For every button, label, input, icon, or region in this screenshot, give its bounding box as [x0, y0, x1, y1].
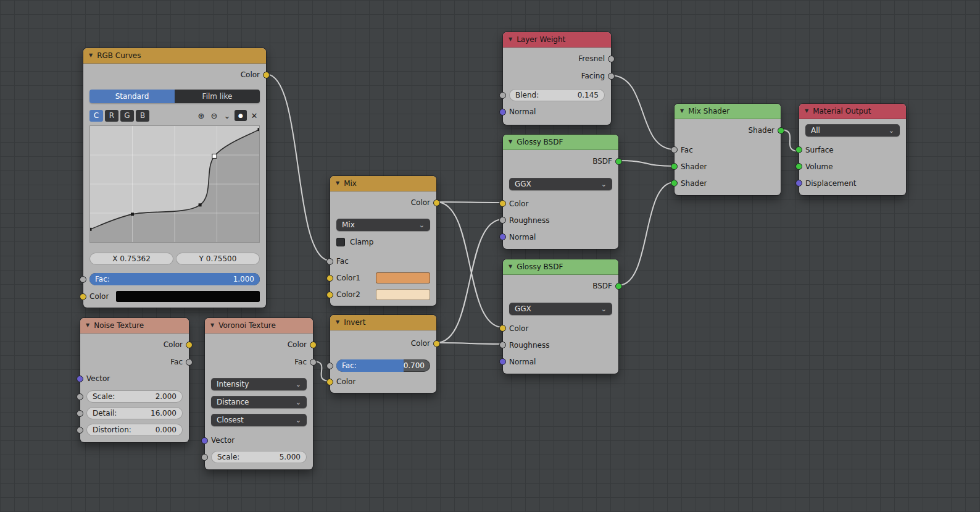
- mix-header[interactable]: ▼ Mix: [330, 176, 436, 191]
- color2-swatch[interactable]: [376, 289, 430, 300]
- channel-r-button[interactable]: R: [105, 110, 118, 122]
- coloring-dropdown[interactable]: Intensity ⌄: [211, 378, 307, 390]
- curve-editor[interactable]: [89, 125, 260, 243]
- distribution-dropdown[interactable]: GGX ⌄: [509, 178, 612, 190]
- socket-color-input[interactable]: [499, 325, 506, 332]
- socket-detail-input[interactable]: [77, 410, 83, 417]
- color1-swatch[interactable]: [376, 272, 430, 283]
- collapse-icon[interactable]: ▼: [509, 140, 512, 145]
- collapse-icon[interactable]: ▼: [336, 181, 339, 186]
- distortion-field[interactable]: Distortion: 0.000: [86, 424, 183, 436]
- socket-color-input[interactable]: [80, 293, 86, 300]
- target-dropdown[interactable]: All ⌄: [805, 124, 900, 136]
- socket-fac-input[interactable]: [671, 146, 678, 153]
- socket-shader-output[interactable]: [778, 127, 784, 134]
- node-editor-canvas[interactable]: ▼ RGB Curves Color Standard Film like C …: [0, 0, 980, 512]
- blend-field[interactable]: Blend: 0.145: [509, 89, 605, 101]
- clamp-checkbox[interactable]: [336, 238, 345, 246]
- socket-shader1-input[interactable]: [671, 163, 678, 170]
- tools-dropdown-icon[interactable]: ⌄: [222, 112, 233, 120]
- socket-fac-output[interactable]: [310, 359, 317, 366]
- socket-color-input[interactable]: [499, 200, 506, 207]
- socket-fac-input[interactable]: [80, 276, 86, 283]
- collapse-icon[interactable]: ▼: [336, 320, 339, 325]
- socket-displacement-input[interactable]: [795, 180, 802, 187]
- socket-color-output[interactable]: [263, 72, 270, 78]
- feature-dropdown[interactable]: Closest ⌄: [211, 414, 307, 426]
- socket-normal-input[interactable]: [499, 233, 506, 240]
- socket-color2-input[interactable]: [326, 292, 333, 298]
- voronoi-texture-header[interactable]: ▼ Voronoi Texture: [205, 318, 313, 334]
- channel-c-button[interactable]: C: [89, 110, 103, 122]
- glossy-bsdf-header[interactable]: ▼ Glossy BSDF: [503, 135, 618, 150]
- scale-field[interactable]: Scale: 5.000: [211, 451, 307, 463]
- socket-color-output[interactable]: [310, 342, 317, 348]
- socket-distortion-input[interactable]: [77, 427, 83, 434]
- fac-slider[interactable]: Fac: 1.000: [89, 273, 260, 285]
- distance-dropdown[interactable]: Distance ⌄: [211, 396, 307, 408]
- point-x-field[interactable]: X 0.75362: [89, 253, 173, 265]
- mix-shader-header[interactable]: ▼ Mix Shader: [675, 104, 781, 119]
- node-rgb-curves[interactable]: ▼ RGB Curves Color Standard Film like C …: [83, 48, 266, 308]
- collapse-icon[interactable]: ▼: [86, 323, 89, 328]
- node-mix-shader[interactable]: ▼ Mix Shader Shader Fac Shader Shader: [675, 104, 781, 195]
- socket-bsdf-output[interactable]: [615, 283, 622, 290]
- node-glossy-bsdf-1[interactable]: ▼ Glossy BSDF BSDF GGX ⌄ Color Roughness: [503, 135, 618, 249]
- socket-bsdf-output[interactable]: [615, 158, 622, 165]
- socket-normal-input[interactable]: [499, 109, 506, 115]
- socket-scale-input[interactable]: [201, 454, 208, 461]
- node-mix[interactable]: ▼ Mix Color Mix ⌄ Clamp Fac: [330, 176, 436, 306]
- collapse-icon[interactable]: ▼: [805, 109, 808, 114]
- socket-color-output[interactable]: [433, 199, 440, 206]
- point-y-field[interactable]: Y 0.75500: [176, 253, 260, 265]
- node-layer-weight[interactable]: ▼ Layer Weight Fresnel Facing Blend: 0.1…: [503, 32, 611, 125]
- socket-fac-output[interactable]: [186, 359, 193, 366]
- tab-standard[interactable]: Standard: [89, 90, 175, 103]
- socket-surface-input[interactable]: [795, 146, 802, 153]
- invert-header[interactable]: ▼ Invert: [330, 315, 436, 330]
- collapse-icon[interactable]: ▼: [509, 37, 512, 42]
- fac-slider[interactable]: Fac: 0.700: [336, 359, 430, 372]
- detail-field[interactable]: Detail: 16.000: [86, 407, 183, 419]
- socket-normal-input[interactable]: [499, 358, 506, 365]
- clipping-toggle-icon[interactable]: ●: [235, 110, 247, 121]
- node-invert[interactable]: ▼ Invert Color Fac: 0.700 Color: [330, 315, 436, 393]
- socket-fac-input[interactable]: [326, 258, 333, 265]
- collapse-icon[interactable]: ▼: [509, 264, 512, 269]
- rgb-curves-header[interactable]: ▼ RGB Curves: [83, 48, 266, 64]
- socket-blend-input[interactable]: [499, 92, 506, 99]
- glossy-bsdf-header[interactable]: ▼ Glossy BSDF: [503, 259, 618, 275]
- distribution-dropdown[interactable]: GGX ⌄: [509, 303, 612, 315]
- channel-b-button[interactable]: B: [136, 110, 149, 122]
- socket-fac-input[interactable]: [326, 363, 333, 369]
- node-noise-texture[interactable]: ▼ Noise Texture Color Fac Vector Scale: …: [80, 318, 189, 442]
- socket-roughness-input[interactable]: [499, 342, 506, 348]
- layer-weight-header[interactable]: ▼ Layer Weight: [503, 32, 611, 48]
- tab-film-like[interactable]: Film like: [175, 90, 260, 103]
- socket-color-output[interactable]: [433, 340, 440, 347]
- collapse-icon[interactable]: ▼: [680, 109, 684, 114]
- node-voronoi-texture[interactable]: ▼ Voronoi Texture Color Fac Intensity ⌄ …: [205, 318, 313, 469]
- node-glossy-bsdf-2[interactable]: ▼ Glossy BSDF BSDF GGX ⌄ Color Roughness: [503, 259, 618, 374]
- socket-scale-input[interactable]: [77, 393, 83, 400]
- socket-color1-input[interactable]: [326, 275, 333, 282]
- socket-color-input[interactable]: [326, 379, 333, 385]
- socket-vector-input[interactable]: [201, 437, 208, 444]
- channel-g-button[interactable]: G: [120, 110, 134, 122]
- zoom-out-icon[interactable]: ⊖: [209, 112, 220, 120]
- material-output-header[interactable]: ▼ Material Output: [799, 104, 906, 119]
- socket-color-output[interactable]: [186, 342, 193, 348]
- blend-mode-dropdown[interactable]: Mix ⌄: [336, 219, 430, 231]
- noise-texture-header[interactable]: ▼ Noise Texture: [80, 318, 189, 334]
- socket-vector-input[interactable]: [77, 376, 83, 382]
- node-material-output[interactable]: ▼ Material Output All ⌄ Surface Volume D…: [799, 104, 906, 195]
- socket-shader2-input[interactable]: [671, 180, 678, 187]
- socket-facing-output[interactable]: [608, 73, 615, 80]
- scale-field[interactable]: Scale: 2.000: [86, 390, 183, 403]
- socket-volume-input[interactable]: [795, 163, 802, 170]
- collapse-icon[interactable]: ▼: [210, 323, 214, 328]
- zoom-in-icon[interactable]: ⊕: [196, 112, 207, 120]
- socket-fresnel-output[interactable]: [608, 56, 615, 62]
- delete-point-icon[interactable]: ✕: [249, 112, 260, 120]
- color-swatch[interactable]: [116, 291, 260, 302]
